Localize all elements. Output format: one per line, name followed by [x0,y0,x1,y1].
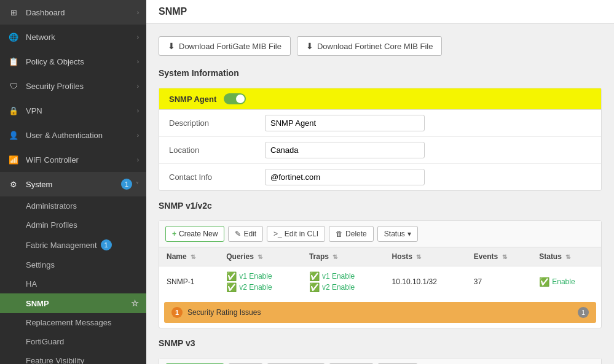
sidebar-item-label: System [26,180,121,189]
download-icon: ⬇ [306,41,313,51]
check-icon: ✅ [226,282,237,292]
col-header-hosts[interactable]: Hosts ⇅ [385,247,466,266]
sidebar-item-network[interactable]: 🌐 Network › [0,25,146,49]
chevron-down-icon: ▾ [407,230,411,238]
sidebar-sub-label: Feature Visibility [26,356,84,364]
query-v1-label: v1 Enable [239,272,272,281]
description-input[interactable] [265,115,425,131]
sidebar-item-user-auth[interactable]: 👤 User & Authentication › [0,123,146,147]
system-info-form: SNMP Agent Description Location Contact … [159,88,602,191]
delete-button[interactable]: 🗑 Delete [329,226,374,242]
sidebar-item-administrators[interactable]: Administrators [0,196,146,215]
cell-status: ✅ Enable [532,266,601,298]
location-label: Location [159,139,258,161]
location-input[interactable] [265,142,425,158]
sidebar-item-label: Network [26,33,137,42]
chevron-right-icon: › [137,34,139,41]
warning-bar: 1 Security Rating Issues 1 [164,302,596,323]
chevron-right-icon: › [137,107,139,114]
col-header-name[interactable]: Name ⇅ [159,247,219,266]
sidebar-item-system[interactable]: ⚙ System 1 ˅ [0,172,146,196]
location-value [258,137,601,163]
sort-icon: ⇅ [416,254,421,260]
sidebar-item-wifi-controller[interactable]: 📶 WiFi Controller › [0,147,146,172]
sidebar-sub-label: HA [26,279,37,288]
network-icon: 🌐 [7,31,20,43]
edit-button[interactable]: ✎ Edit [228,226,263,242]
cell-events: 37 [466,266,532,298]
table-row[interactable]: SNMP-1 ✅ v1 Enable ✅ v2 Enable [159,266,601,298]
sidebar-item-policy-objects[interactable]: 📋 Policy & Objects › [0,49,146,74]
sidebar-item-dashboard[interactable]: ⊞ Dashboard › [0,0,146,25]
button-label: Download Fortinet Core MIB File [317,42,433,51]
snmp-table: Name ⇅ Queries ⇅ Traps ⇅ Hosts ⇅ Events … [159,247,601,297]
table-toolbar: + Create New ✎ Edit >_ Edit in CLI 🗑 Del… [159,221,601,247]
create-new-button[interactable]: + Create New [165,226,224,242]
warning-count: 1 [578,307,589,318]
check-icon: ✅ [226,271,237,281]
policy-icon: 📋 [7,55,20,68]
chevron-right-icon: › [137,157,139,163]
table-header-row: Name ⇅ Queries ⇅ Traps ⇅ Hosts ⇅ Events … [159,247,601,266]
sidebar-item-settings[interactable]: Settings [0,255,146,274]
dashboard-icon: ⊞ [7,6,20,18]
snmp-v1v2c-table-section: + Create New ✎ Edit >_ Edit in CLI 🗑 Del… [159,220,602,328]
star-icon: ☆ [131,298,139,308]
snmp-v3-toolbar: + Create New ✎ Edit >_ Edit in CLI 🗑 Del… [159,358,601,364]
warning-badge: 1 [171,307,183,318]
location-row: Location [159,137,601,164]
edit-in-cli-button[interactable]: >_ Edit in CLI [267,226,325,242]
sidebar-sub-label: FortiGuard [26,337,64,346]
edit-label: Edit [243,230,256,238]
snmp-agent-row: SNMP Agent [159,88,601,110]
contact-info-input[interactable] [265,169,425,185]
cell-hosts: 10.10.10.1/32 [385,266,466,298]
col-header-events[interactable]: Events ⇅ [466,247,532,266]
sidebar-item-admin-profiles[interactable]: Admin Profiles [0,215,146,234]
sidebar-item-feature-visibility[interactable]: Feature Visibility [0,351,146,364]
sidebar-item-fortiguard[interactable]: FortiGuard [0,332,146,351]
contact-info-label: Contact Info [159,166,258,188]
cell-queries: ✅ v1 Enable ✅ v2 Enable [219,266,302,298]
download-fortigate-mib-button[interactable]: ⬇ Download FortiGate MIB File [159,36,291,56]
trap-v2-label: v2 Enable [322,283,355,292]
col-header-traps[interactable]: Traps ⇅ [302,247,385,266]
create-new-label: Create New [179,230,218,238]
settings-icon: ⚙ [7,178,20,190]
plus-icon: + [172,230,176,238]
snmp-agent-label: SNMP Agent [169,95,216,104]
shield-icon: 🛡 [7,80,20,92]
page-header: SNMP [146,0,614,24]
chevron-right-icon: › [137,132,139,139]
sidebar-item-snmp[interactable]: SNMP ☆ [0,293,146,313]
sidebar-sub-label: Replacement Messages [26,318,111,327]
sidebar-item-vpn[interactable]: 🔒 VPN › [0,98,146,123]
sidebar-sub-label: Admin Profiles [26,220,77,230]
status-button[interactable]: Status ▾ [377,226,418,242]
query-v2: ✅ v2 Enable [226,282,294,292]
snmp-v1v2c-title: SNMP v1/v2c [159,201,602,213]
download-fortinet-core-mib-button[interactable]: ⬇ Download Fortinet Core MIB File [297,36,443,56]
download-icon: ⬇ [168,41,175,51]
sidebar-item-fabric-management[interactable]: Fabric Management 1 [0,234,146,255]
chevron-right-icon: › [137,83,139,90]
fabric-badge: 1 [101,239,112,250]
main-content: SNMP ⬇ Download FortiGate MIB File ⬇ Dow… [146,0,614,364]
sidebar-sub-label: Settings [26,260,55,269]
trap-v1-label: v1 Enable [322,272,355,281]
status-label: Enable [552,277,575,286]
sidebar-item-replacement-messages[interactable]: Replacement Messages [0,313,146,332]
col-header-status[interactable]: Status ⇅ [532,247,601,266]
sidebar-item-security-profiles[interactable]: 🛡 Security Profiles › [0,74,146,98]
chevron-down-icon: ˅ [136,181,139,188]
wifi-icon: 📶 [7,153,20,166]
col-header-queries[interactable]: Queries ⇅ [219,247,302,266]
trash-icon: 🗑 [336,230,343,238]
sidebar-item-ha[interactable]: HA [0,274,146,293]
sidebar-item-label: WiFi Controller [26,155,137,165]
snmp-agent-toggle[interactable] [224,93,246,104]
sidebar-sub-label: Administrators [26,201,77,211]
edit-in-cli-label: Edit in CLI [285,230,318,238]
delete-label: Delete [345,230,367,238]
sidebar-item-label: VPN [26,106,137,115]
